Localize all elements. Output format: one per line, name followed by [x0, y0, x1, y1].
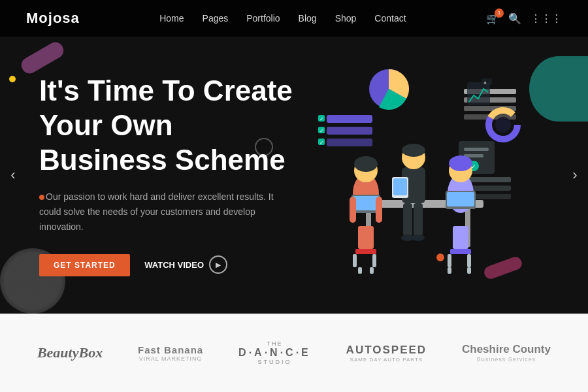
hero-section: ‹ It's Time To Create Your Own Business … [0, 37, 588, 314]
svg-rect-38 [353, 254, 357, 267]
svg-point-19 [495, 117, 511, 133]
svg-rect-36 [358, 226, 374, 249]
svg-rect-35 [353, 196, 379, 210]
svg-point-33 [354, 156, 378, 172]
svg-rect-21 [464, 148, 489, 151]
cart-icon[interactable]: 🛒 1 [486, 12, 499, 25]
nav-shop[interactable]: Shop [335, 13, 357, 24]
fast-banana-text: Fast Banana [138, 344, 203, 355]
svg-point-50 [412, 235, 425, 241]
hero-buttons: GET STARTED WATCH VIDEO ▶ [39, 254, 301, 276]
autospeed-sub: SAME DAY AUTO PARTS [350, 357, 423, 363]
svg-rect-3 [327, 139, 372, 146]
svg-text:✓: ✓ [319, 128, 324, 134]
decor-blob-teal [529, 56, 588, 122]
svg-rect-62 [448, 267, 451, 274]
dance-studio-text: D·A·N·C·E [238, 347, 311, 359]
svg-rect-56 [453, 226, 468, 249]
svg-text:✓: ✓ [319, 116, 324, 122]
illustration-svg: ✓ ✓ ✓ ▲ ✓ [287, 50, 536, 285]
logo-fast-banana: Fast Banana Viral Marketing [138, 344, 203, 362]
hero-content: It's Time To Create Your Own Business Sc… [0, 74, 301, 276]
svg-rect-1 [327, 115, 372, 123]
prev-slide-button[interactable]: ‹ [3, 165, 24, 186]
svg-text:✓: ✓ [319, 140, 324, 146]
nav-links: Home Pages Portfolio Blog Shop Contact [159, 12, 406, 24]
decor-blob-purple [18, 39, 66, 76]
logo[interactable]: Mojosa [26, 10, 80, 27]
get-started-button[interactable]: GET STARTED [39, 254, 130, 276]
dance-studio-sub: STUDIO [257, 359, 291, 365]
svg-point-44 [402, 144, 425, 157]
svg-rect-48 [414, 203, 423, 236]
search-icon[interactable]: 🔍 [508, 12, 521, 25]
svg-rect-46 [393, 178, 407, 195]
svg-rect-47 [403, 203, 412, 236]
svg-rect-55 [447, 192, 474, 206]
watch-video-button[interactable]: WATCH VIDEO ▶ [144, 255, 227, 274]
nav-contact[interactable]: Contact [374, 13, 406, 24]
svg-text:▲: ▲ [483, 80, 487, 84]
svg-point-53 [449, 155, 472, 171]
svg-rect-14 [467, 82, 490, 105]
svg-rect-2 [327, 127, 372, 135]
nav-portfolio[interactable]: Portfolio [246, 13, 280, 24]
fast-banana-sub: Viral Marketing [139, 355, 203, 362]
nav-home[interactable]: Home [159, 13, 184, 24]
beauty-box-text: BeautyBox [37, 344, 103, 361]
logo-cheshire-county: Cheshire County Business Services [462, 343, 551, 363]
cheshire-county-sub: Business Services [477, 356, 536, 363]
svg-rect-59 [467, 254, 471, 267]
cart-badge: 1 [495, 8, 504, 18]
grid-icon[interactable]: ⋮⋮⋮ [531, 12, 562, 25]
svg-rect-57 [450, 249, 471, 254]
cheshire-county-text: Cheshire County [462, 343, 551, 356]
nav-blog[interactable]: Blog [299, 13, 317, 24]
logos-bar: BeautyBox Fast Banana Viral Marketing TH… [0, 314, 588, 392]
navbar: Mojosa Home Pages Portfolio Blog Shop Co… [0, 0, 588, 37]
autospeed-text: AUTOSPEED [346, 344, 427, 357]
logo-autospeed: AUTOSPEED SAME DAY AUTO PARTS [346, 344, 427, 363]
hero-subtitle: Our passion to work hard and deliver exc… [39, 189, 294, 235]
nav-pages[interactable]: Pages [203, 13, 229, 24]
decor-dot [39, 195, 44, 200]
svg-rect-41 [376, 197, 382, 223]
play-icon: ▶ [209, 255, 227, 274]
svg-rect-39 [372, 254, 376, 267]
next-slide-button[interactable]: › [564, 165, 585, 186]
svg-rect-58 [448, 254, 451, 267]
svg-rect-37 [355, 249, 376, 254]
svg-rect-60 [358, 267, 362, 274]
hero-title: It's Time To Create Your Own Business Sc… [39, 74, 301, 177]
svg-rect-63 [467, 267, 471, 274]
navbar-icons: 🛒 1 🔍 ⋮⋮⋮ [486, 12, 562, 25]
svg-rect-40 [350, 197, 356, 223]
hero-illustration: ✓ ✓ ✓ ▲ ✓ [287, 50, 536, 298]
logo-beauty-box: BeautyBox [37, 344, 103, 361]
dance-studio-the: THE [267, 340, 282, 347]
svg-rect-61 [370, 267, 374, 274]
logo-dance-studio: THE D·A·N·C·E STUDIO [238, 340, 311, 365]
